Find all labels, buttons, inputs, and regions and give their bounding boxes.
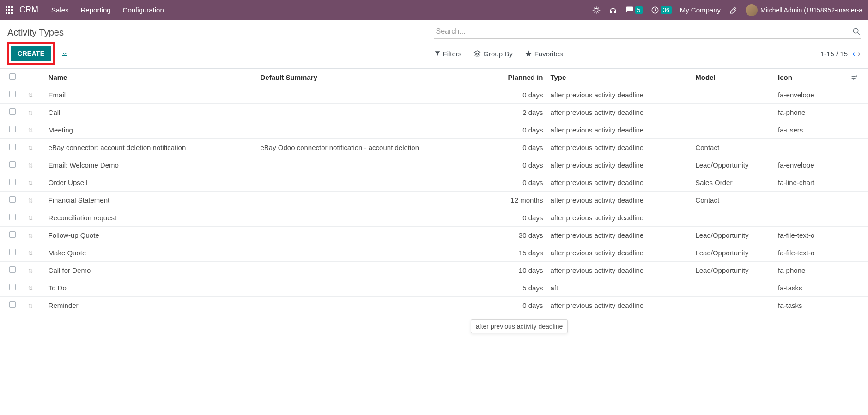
nav-sales[interactable]: Sales <box>51 6 69 14</box>
search-container <box>434 24 861 39</box>
pager-next-icon[interactable]: › <box>858 49 861 59</box>
row-checkbox[interactable] <box>9 266 16 273</box>
cell-icon: fa-phone <box>774 262 847 279</box>
cell-model <box>692 86 774 104</box>
row-checkbox[interactable] <box>9 144 16 150</box>
cell-name: To Do <box>45 279 257 297</box>
user-name: Mitchell Admin (18158952-master-a <box>760 6 862 14</box>
filters-button[interactable]: Filters <box>434 50 462 58</box>
drag-handle-icon[interactable] <box>28 215 33 222</box>
col-icon[interactable]: Icon <box>774 69 847 86</box>
row-checkbox[interactable] <box>9 91 16 97</box>
download-icon[interactable] <box>61 50 68 57</box>
row-checkbox[interactable] <box>9 214 16 220</box>
table-row[interactable]: To Do5 daysaftfa-tasks <box>0 279 868 297</box>
row-checkbox[interactable] <box>9 249 16 255</box>
cell-name: Email <box>45 86 257 104</box>
drag-handle-icon[interactable] <box>28 162 33 169</box>
table-row[interactable]: Call2 daysafter previous activity deadli… <box>0 104 868 121</box>
cell-type: aft <box>546 279 692 297</box>
bug-icon[interactable] <box>592 6 601 14</box>
avatar <box>746 4 758 16</box>
table-row[interactable]: Email: Welcome Demo0 daysafter previous … <box>0 156 868 174</box>
cell-icon: fa-phone <box>774 104 847 121</box>
user-menu[interactable]: Mitchell Admin (18158952-master-a <box>746 4 862 16</box>
cell-summary <box>256 279 491 297</box>
cell-name: Call <box>45 104 257 121</box>
select-all-checkbox[interactable] <box>9 73 16 80</box>
cell-type: after previous activity deadline <box>546 139 692 156</box>
apps-icon[interactable] <box>6 6 13 14</box>
create-button[interactable]: CREATE <box>11 46 51 61</box>
cell-icon: fa-file-text-o <box>774 244 847 262</box>
table-row[interactable]: Call for Demo10 daysafter previous activ… <box>0 262 868 279</box>
drag-handle-icon[interactable] <box>28 145 33 151</box>
cell-name: Meeting <box>45 121 257 139</box>
table-row[interactable]: Meeting0 daysafter previous activity dea… <box>0 121 868 139</box>
groupby-label: Group By <box>483 50 512 58</box>
drag-handle-icon[interactable] <box>28 110 33 116</box>
app-brand[interactable]: CRM <box>19 5 38 15</box>
search-input[interactable] <box>434 24 861 39</box>
col-summary[interactable]: Default Summary <box>256 69 491 86</box>
row-checkbox[interactable] <box>9 284 16 290</box>
table-row[interactable]: Email0 daysafter previous activity deadl… <box>0 86 868 104</box>
drag-handle-icon[interactable] <box>28 233 33 239</box>
support-icon[interactable] <box>609 6 617 14</box>
optional-columns-icon[interactable] <box>850 74 864 81</box>
col-type[interactable]: Type <box>546 69 692 86</box>
company-switcher[interactable]: My Company <box>680 6 721 14</box>
tools-icon[interactable] <box>729 6 737 14</box>
table-row[interactable]: Financial Statement12 monthsafter previo… <box>0 192 868 209</box>
control-panel: Activity Types CREATE Filters Group By <box>0 20 868 68</box>
drag-handle-icon[interactable] <box>28 198 33 204</box>
table-row[interactable]: Make Quote15 daysafter previous activity… <box>0 244 868 262</box>
cell-planned: 0 days <box>491 121 547 139</box>
cell-planned: 12 months <box>491 192 547 209</box>
row-checkbox[interactable] <box>9 196 16 203</box>
drag-handle-icon[interactable] <box>28 127 33 134</box>
groupby-button[interactable]: Group By <box>473 50 512 58</box>
drag-handle-icon[interactable] <box>28 268 33 274</box>
row-checkbox[interactable] <box>9 301 16 308</box>
row-checkbox[interactable] <box>9 179 16 185</box>
col-model[interactable]: Model <box>692 69 774 86</box>
messaging-badge: 5 <box>635 6 643 14</box>
activity-clock-icon[interactable]: 36 <box>651 6 671 14</box>
messaging-icon[interactable]: 5 <box>625 6 643 14</box>
nav-reporting[interactable]: Reporting <box>81 6 111 14</box>
pager-prev-icon[interactable]: ‹ <box>852 49 855 59</box>
nav-configuration[interactable]: Configuration <box>123 6 164 14</box>
cell-type: after previous activity deadline <box>546 262 692 279</box>
table-row[interactable]: eBay connector: account deletion notific… <box>0 139 868 156</box>
drag-handle-icon[interactable] <box>28 250 33 257</box>
favorites-label: Favorites <box>534 50 563 58</box>
row-checkbox[interactable] <box>9 108 16 115</box>
drag-handle-icon[interactable] <box>28 285 33 292</box>
drag-handle-icon[interactable] <box>28 303 33 309</box>
cell-name: eBay connector: account deletion notific… <box>45 139 257 156</box>
cell-planned: 0 days <box>491 209 547 227</box>
row-checkbox[interactable] <box>9 126 16 132</box>
table-row[interactable]: Reconciliation request0 daysafter previo… <box>0 209 868 227</box>
drag-handle-icon[interactable] <box>28 180 33 186</box>
cell-summary <box>256 227 491 244</box>
activity-badge: 36 <box>661 6 671 14</box>
favorites-button[interactable]: Favorites <box>525 50 563 58</box>
cell-model: Contact <box>692 192 774 209</box>
search-icon[interactable] <box>852 27 861 36</box>
drag-handle-icon[interactable] <box>28 92 33 99</box>
table-row[interactable]: Reminder0 daysafter previous activity de… <box>0 297 868 314</box>
cell-name: Reminder <box>45 297 257 314</box>
cell-planned: 5 days <box>491 279 547 297</box>
row-checkbox[interactable] <box>9 161 16 168</box>
table-row[interactable]: Order Upsell0 daysafter previous activit… <box>0 174 868 192</box>
cell-model: Contact <box>692 139 774 156</box>
row-checkbox[interactable] <box>9 231 16 238</box>
col-planned[interactable]: Planned in <box>491 69 547 86</box>
cell-type: after previous activity deadline <box>546 192 692 209</box>
table-row[interactable]: Follow-up Quote30 daysafter previous act… <box>0 227 868 244</box>
col-name[interactable]: Name <box>45 69 257 86</box>
cell-model <box>692 279 774 297</box>
pager-text[interactable]: 1-15 / 15 <box>820 50 848 58</box>
